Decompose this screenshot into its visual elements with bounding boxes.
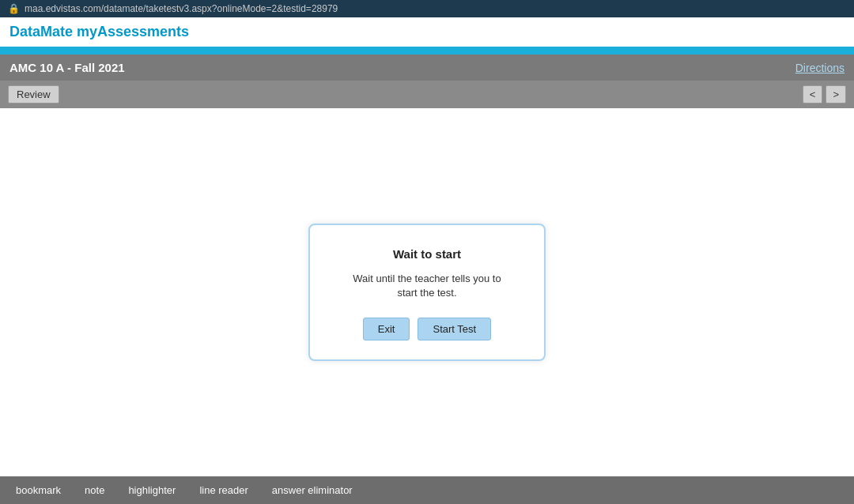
- footer-item-answer-eliminator[interactable]: answer eliminator: [272, 484, 353, 496]
- prev-button[interactable]: <: [803, 85, 823, 103]
- app-title: DataMate myAssessments: [9, 24, 189, 39]
- lock-icon: 🔒: [8, 3, 20, 14]
- review-button[interactable]: Review: [8, 85, 59, 103]
- dialog-message: Wait until the teacher tells you to star…: [342, 272, 512, 300]
- toolbar-right: < >: [803, 85, 846, 103]
- footer-item-highlighter[interactable]: highlighter: [128, 484, 176, 496]
- next-button[interactable]: >: [826, 85, 846, 103]
- exit-button[interactable]: Exit: [363, 318, 410, 340]
- footer: bookmarknotehighlighterline readeranswer…: [0, 476, 854, 504]
- footer-item-line-reader[interactable]: line reader: [199, 484, 248, 496]
- app-header: DataMate myAssessments: [0, 17, 854, 47]
- wait-dialog: Wait to start Wait until the teacher tel…: [308, 224, 546, 361]
- dialog-title: Wait to start: [342, 247, 512, 261]
- url-bar: maa.edvistas.com/datamate/taketestv3.asp…: [25, 3, 338, 14]
- start-test-button[interactable]: Start Test: [418, 318, 491, 340]
- toolbar-left: Review: [8, 85, 59, 103]
- main-content: Wait to start Wait until the teacher tel…: [0, 108, 854, 476]
- directions-link[interactable]: Directions: [795, 62, 845, 74]
- footer-item-note[interactable]: note: [85, 484, 104, 496]
- test-header: AMC 10 A - Fall 2021 Directions: [0, 55, 854, 81]
- test-title: AMC 10 A - Fall 2021: [9, 61, 125, 74]
- dialog-buttons: Exit Start Test: [342, 318, 512, 340]
- browser-bar: 🔒 maa.edvistas.com/datamate/taketestv3.a…: [0, 0, 854, 17]
- footer-item-bookmark[interactable]: bookmark: [16, 484, 61, 496]
- toolbar: Review < >: [0, 81, 854, 108]
- blue-accent-bar: [0, 47, 854, 55]
